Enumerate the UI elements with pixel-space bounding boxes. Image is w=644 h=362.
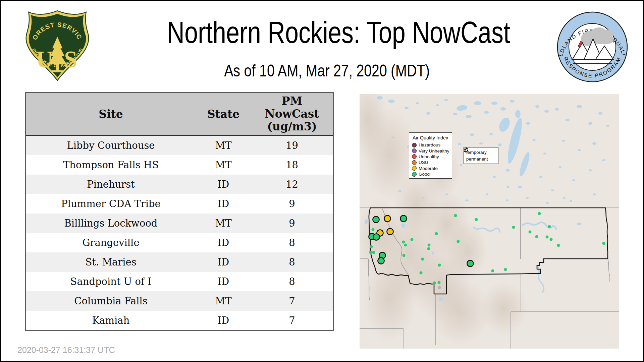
site-marker-small [548,225,551,228]
state-cell: MT [196,159,251,171]
site-marker-small [372,228,375,231]
site-cell: Kamiah [26,315,196,326]
aqi-legend-items: HazardousVery UnhealthyUnhealthyUSGModer… [412,142,450,177]
aqi-legend-item: Hazardous [412,142,450,148]
site-marker-small [372,251,375,254]
aqi-color-dot [412,154,417,159]
site-marker-large [373,217,379,223]
column-header-pm: PM NowCast (ug/m3) [251,95,333,133]
table-row: Columbia FallsMT7 [26,291,333,311]
map-canvas [360,94,619,349]
aqi-color-dot [412,148,417,153]
site-marker-small [538,212,541,215]
site-marker-small [421,258,424,261]
site-marker-small [420,272,423,275]
aqi-color-dot [412,172,417,177]
site-cell: Plummer CDA Tribe [26,198,196,209]
table-header-row: Site State PM NowCast (ug/m3) [26,93,333,136]
table-row: GrangevilleID8 [26,233,333,252]
site-marker-small [369,251,372,254]
fs-monogram-u: U [36,46,53,72]
forest-service-logo: FOREST SERVICE DEPARTMENT OF AGRICULTURE… [22,9,93,82]
state-cell: ID [196,198,251,209]
aqi-legend-item: USG [412,160,450,165]
site-cell: Sandpoint U of I [26,276,196,287]
state-cell: ID [196,276,251,287]
site-marker-small [438,264,441,267]
site-marker-small [557,244,560,247]
permanent-label: permanent [466,157,488,162]
aqi-item-label: Unhealthy [419,154,439,159]
site-marker-small [546,236,549,239]
aqi-legend-item: Moderate [412,166,450,171]
inactive-site-marker [438,286,441,289]
state-cell: ID [196,315,251,326]
table-row: Thompson Falls HSMT18 [26,155,333,175]
permanent-legend-row: permanent [466,156,497,162]
state-cell: MT [196,218,251,229]
temporary-label: temporary [466,150,487,155]
state-cell: ID [196,256,251,268]
pm-value-cell: 8 [251,237,333,248]
site-cell: Billlings Lockwood [26,218,196,229]
table-row: Plummer CDA TribeID9 [26,194,333,214]
column-header-pm-text: PM NowCast (ug/m3) [262,95,322,133]
table-row: Libby CourthouseMT19 [26,136,333,155]
state-cell: ID [196,237,251,248]
site-cell: Columbia Falls [26,295,196,307]
site-marker-small [550,238,553,241]
site-marker-small [535,235,538,238]
report-slide: FOREST SERVICE DEPARTMENT OF AGRICULTURE… [0,0,644,362]
site-marker-small [512,226,515,229]
site-cell: Thompson Falls HS [26,159,196,171]
aqi-legend: Air Quality Index HazardousVery Unhealth… [409,132,452,179]
temporary-legend-row: temporary [466,149,497,156]
page-subtitle-text: As of 10 AM, Mar 27, 2020 (MDT) [224,62,430,79]
pm-value-cell: 19 [251,140,333,151]
page-title: Northern Rockies: Top NowCast [124,17,530,48]
site-marker-small [433,282,436,285]
nowcast-table: Site State PM NowCast (ug/m3) Libby Cour… [25,92,334,331]
site-cell: Pinehurst [26,179,196,190]
site-marker-small [402,254,406,257]
state-cell: ID [196,179,251,190]
aqi-legend-item: Unhealthy [412,154,450,160]
aqi-item-label: Very Unhealthy [419,148,449,154]
aqi-color-dot [412,166,417,171]
aqi-item-label: Good [419,172,430,177]
site-marker-small [529,231,532,234]
site-marker-large [400,216,407,222]
site-marker-small [438,281,441,284]
table-body: Libby CourthouseMT19Thompson Falls HSMT1… [26,136,333,330]
site-marker-small [491,269,494,273]
site-marker-small [457,240,460,243]
pm-value-cell: 9 [251,218,333,229]
column-header-state: State [196,108,251,121]
site-marker-small [402,241,405,244]
site-marker-small [504,268,507,271]
site-marker-small [411,238,414,241]
pm-value-cell: 7 [251,315,333,326]
table-row: St. MariesID8 [26,252,333,272]
site-cell: Libby Courthouse [26,140,196,151]
pm-value-cell: 18 [251,159,333,171]
aqi-legend-item: Good [412,171,450,177]
site-marker-small [428,244,431,247]
forest-service-shield-icon: FOREST SERVICE DEPARTMENT OF AGRICULTURE… [22,9,93,82]
aqi-item-label: Hazardous [419,142,440,147]
generated-timestamp: 2020-03-27 16:31:37 UTC [17,345,115,355]
aqi-item-label: Moderate [419,166,438,171]
wfaqrp-seal-icon: WILDLAND FIRE • AIR QUALITY RESPONSE PRO… [555,10,629,84]
site-cell: Grangeville [26,237,196,248]
site-marker-large [467,260,474,267]
aqi-legend-item: Very Unhealthy [412,148,450,154]
site-marker-large [373,234,380,240]
pm-value-cell: 9 [251,198,333,209]
site-marker-large [384,216,391,222]
table-row: Billlings LockwoodMT9 [26,214,333,233]
site-marker-small [602,242,605,245]
pm-value-cell: 7 [251,295,333,307]
site-marker-large [378,258,384,264]
table-row: PinehurstID12 [26,175,333,194]
wfaqrp-logo: WILDLAND FIRE • AIR QUALITY RESPONSE PRO… [555,10,629,84]
